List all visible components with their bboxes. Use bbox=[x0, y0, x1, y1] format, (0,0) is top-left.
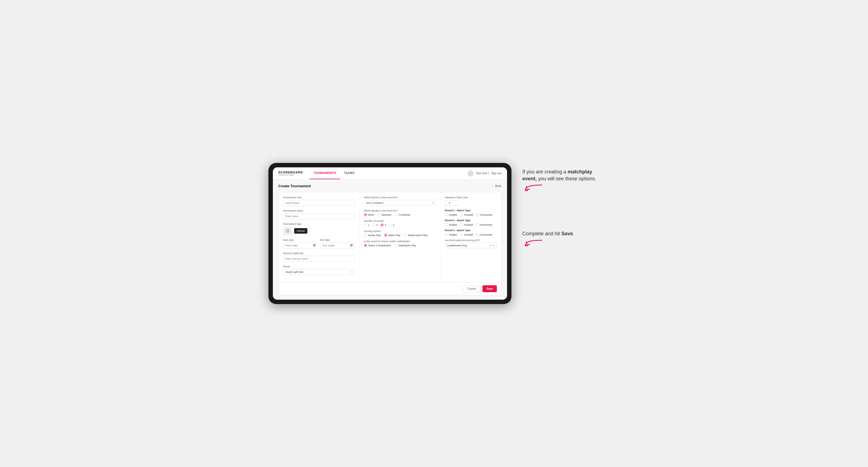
gender-womens-radio[interactable] bbox=[377, 213, 380, 216]
rounds-field: Number of rounds 1 2 bbox=[364, 220, 436, 226]
scoring-stroke-radio[interactable] bbox=[364, 234, 367, 237]
annotation-save-text: Complete and hit Save. bbox=[523, 230, 600, 237]
round-2-radio[interactable] bbox=[372, 223, 375, 226]
round1-fourball[interactable]: Fourball bbox=[460, 213, 473, 216]
round-4-radio[interactable] bbox=[389, 223, 392, 226]
round2-fourball-radio[interactable] bbox=[460, 223, 463, 226]
start-date-wrapper: 📅 bbox=[283, 243, 318, 249]
round2-singles-radio[interactable] bbox=[445, 223, 448, 226]
save-button[interactable]: Save bbox=[483, 285, 497, 292]
logo-placeholder: 🖼 bbox=[283, 226, 292, 235]
teams-individuals-radio[interactable] bbox=[394, 244, 397, 247]
upload-button[interactable]: Upload bbox=[294, 228, 308, 234]
round1-foursomes-radio[interactable] bbox=[476, 213, 479, 216]
round1-singles[interactable]: Singles bbox=[445, 213, 457, 216]
end-date-field: End date 📅 bbox=[320, 239, 355, 249]
gender-combined-radio[interactable] bbox=[395, 213, 398, 216]
nav-bar: SCOREBOARD Powered by clippit TOURNAMENT… bbox=[273, 167, 507, 180]
scoring-label: Scoring system bbox=[364, 230, 436, 232]
teams-teams[interactable]: Teams (+Individuals) bbox=[364, 244, 391, 247]
gender-womens[interactable]: Womens bbox=[377, 213, 391, 216]
gender-radio-group: Mens Womens Combined bbox=[364, 213, 436, 216]
round2-match-type: Round 2 - Match Type Singles Fourball bbox=[445, 219, 497, 226]
form-footer: Cancel Save bbox=[279, 282, 501, 295]
round3-fourball[interactable]: Fourball bbox=[460, 233, 473, 236]
clear-icon[interactable]: ✕ bbox=[490, 244, 492, 247]
round1-singles-radio[interactable] bbox=[445, 213, 448, 216]
division-select-wrapper: NCAA Division I bbox=[364, 200, 436, 206]
third-party-select[interactable]: Leaderboard King ✕ ▾ bbox=[445, 243, 497, 248]
end-date-label: End date bbox=[320, 239, 355, 241]
round3-singles-radio[interactable] bbox=[445, 233, 448, 236]
scoring-match-radio[interactable] bbox=[384, 234, 387, 237]
max-team-size-field: Maximum Team Size bbox=[445, 196, 497, 206]
round2-foursomes-radio[interactable] bbox=[476, 223, 479, 226]
tournament-host-field: Tournament Host bbox=[283, 196, 355, 206]
annotation-matchplay: If you are creating a matchplay event, y… bbox=[523, 168, 600, 197]
round3-fourball-radio[interactable] bbox=[460, 233, 463, 236]
teams-radio-group: Teams (+Individuals) Individuals Only bbox=[364, 244, 436, 247]
end-date-wrapper: 📅 bbox=[320, 243, 355, 249]
round3-foursomes-radio[interactable] bbox=[476, 233, 479, 236]
tournament-name-label: Tournament name bbox=[283, 209, 355, 212]
round3-singles[interactable]: Singles bbox=[445, 233, 457, 236]
round2-singles[interactable]: Singles bbox=[445, 223, 457, 226]
nav-tab-teams[interactable]: TEAMS bbox=[340, 167, 359, 179]
nav-logo: SCOREBOARD Powered by clippit bbox=[278, 171, 303, 176]
scoring-medal-radio[interactable] bbox=[404, 234, 407, 237]
third-party-value: Leaderboard King bbox=[447, 244, 467, 247]
chevron-down-icon[interactable]: ▾ bbox=[493, 244, 494, 247]
arrow-save-icon bbox=[523, 238, 545, 251]
gender-combined[interactable]: Combined bbox=[395, 213, 410, 216]
round1-fourball-radio[interactable] bbox=[460, 213, 463, 216]
cancel-button[interactable]: Cancel bbox=[463, 285, 480, 292]
signout-link[interactable]: Sign out bbox=[491, 172, 501, 175]
scoring-match[interactable]: Match Play bbox=[384, 234, 401, 237]
round3-options: Singles Fourball Foursomes bbox=[445, 233, 497, 236]
teams-individuals[interactable]: Individuals Only bbox=[394, 244, 416, 247]
scoring-stroke[interactable]: Stroke Play bbox=[364, 234, 381, 237]
round-3-radio[interactable] bbox=[380, 223, 383, 226]
teams-teams-radio[interactable] bbox=[364, 244, 367, 247]
round1-options: Singles Fourball Foursomes bbox=[445, 213, 497, 216]
round-3[interactable]: 3 bbox=[380, 223, 386, 226]
nav-tab-tournaments[interactable]: TOURNAMENTS bbox=[310, 167, 340, 179]
scoring-radio-group: Stroke Play Match Play Medal Match Play bbox=[364, 234, 436, 237]
teams-label: Is this event for Teams and/or Individua… bbox=[364, 240, 436, 243]
round1-foursomes[interactable]: Foursomes bbox=[476, 213, 492, 216]
form-body: Tournament Host Tournament name Tourname… bbox=[279, 192, 501, 282]
round2-foursomes[interactable]: Foursomes bbox=[476, 223, 492, 226]
round2-options: Singles Fourball Foursomes bbox=[445, 223, 497, 226]
scoring-medal[interactable]: Medal Match Play bbox=[404, 234, 428, 237]
tournament-name-field: Tournament name bbox=[283, 209, 355, 219]
gender-mens[interactable]: Mens bbox=[364, 213, 374, 216]
round1-match-type: Round 1 - Match Type Singles Fourball bbox=[445, 209, 497, 216]
round-4[interactable]: 4 bbox=[389, 223, 394, 226]
venue-select[interactable]: Search golf club bbox=[283, 269, 355, 275]
annotation-matchplay-text: If you are creating a matchplay event, y… bbox=[523, 168, 600, 182]
round3-label: Round 3 - Match Type bbox=[445, 229, 497, 232]
mid-column: Which division is the event for? NCAA Di… bbox=[360, 192, 440, 282]
round3-foursomes[interactable]: Foursomes bbox=[476, 233, 492, 236]
round-1[interactable]: 1 bbox=[364, 223, 370, 226]
venue-select-wrapper: Search golf club bbox=[283, 269, 355, 275]
division-select[interactable]: NCAA Division I bbox=[364, 200, 436, 206]
user-name: Test User | bbox=[476, 172, 489, 175]
nav-tabs: TOURNAMENTS TEAMS bbox=[310, 167, 359, 179]
logo-sub: Powered by clippit bbox=[278, 174, 303, 176]
max-team-size-input[interactable] bbox=[445, 200, 459, 206]
sponsor-input[interactable] bbox=[283, 256, 355, 262]
round-2[interactable]: 2 bbox=[372, 223, 378, 226]
back-button[interactable]: ← Back bbox=[492, 185, 501, 188]
date-row: Start date 📅 End date bbox=[283, 239, 355, 249]
tournament-host-input[interactable] bbox=[283, 200, 355, 206]
division-label: Which division is the event for? bbox=[364, 196, 436, 199]
tournament-name-input[interactable] bbox=[283, 213, 355, 219]
round2-fourball[interactable]: Fourball bbox=[460, 223, 473, 226]
gender-mens-radio[interactable] bbox=[364, 213, 367, 216]
page-header: Create Tournament ← Back bbox=[278, 184, 501, 188]
round-1-radio[interactable] bbox=[364, 223, 367, 226]
gender-label: Which gender is the event for? bbox=[364, 209, 436, 212]
tablet-frame: SCOREBOARD Powered by clippit TOURNAMENT… bbox=[269, 163, 512, 304]
arrow-matchplay-icon bbox=[523, 182, 545, 196]
